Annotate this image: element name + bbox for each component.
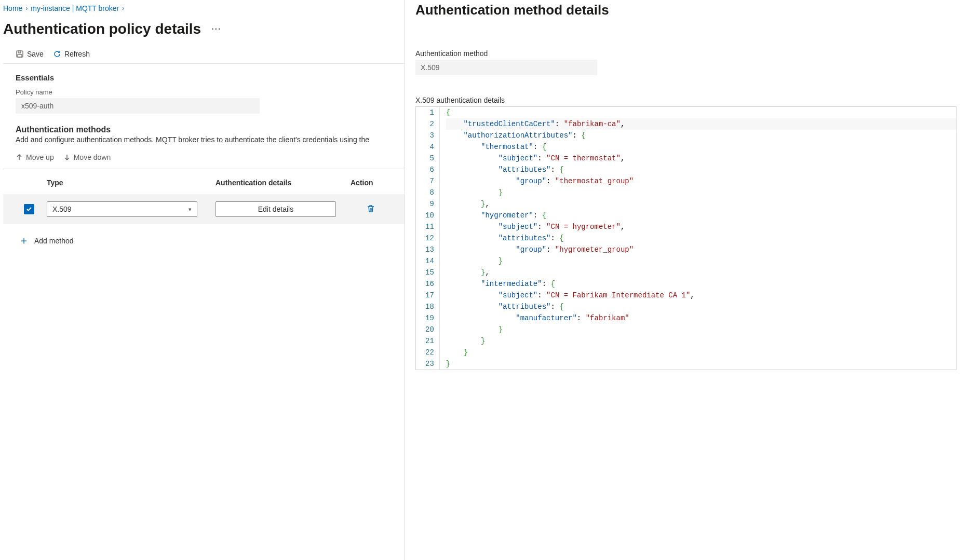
methods-desc: Add and configure authentication methods… [16, 135, 392, 144]
save-button[interactable]: Save [16, 50, 44, 58]
left-panel: Home › my-instance | MQTT broker › Authe… [0, 0, 405, 560]
x509-details-label: X.509 authentication details [415, 96, 956, 104]
toolbar: Save Refresh [3, 37, 405, 64]
save-label: Save [27, 50, 44, 58]
move-down-label: Move down [74, 153, 111, 161]
policy-name-value: x509-auth [16, 98, 260, 114]
right-panel: Authentication method details Authentica… [405, 0, 970, 560]
add-method-button[interactable]: ＋ Add method [3, 224, 405, 248]
methods-title: Authentication methods [16, 125, 392, 134]
more-actions-button[interactable]: ··· [211, 24, 221, 34]
refresh-label: Refresh [64, 50, 90, 58]
refresh-icon [53, 50, 61, 58]
svg-rect-1 [18, 51, 21, 53]
methods-table-header: Type Authentication details Action [3, 169, 405, 194]
col-details-header: Authentication details [215, 179, 351, 187]
refresh-button[interactable]: Refresh [53, 50, 90, 58]
move-down-button[interactable]: Move down [63, 153, 111, 161]
code-editor[interactable]: 1234567891011121314151617181920212223 { … [415, 106, 956, 370]
trash-icon [366, 204, 375, 213]
chevron-right-icon: › [25, 5, 28, 12]
policy-name-label: Policy name [16, 88, 392, 96]
edit-details-button[interactable]: Edit details [215, 201, 336, 217]
arrow-up-icon [16, 154, 23, 161]
page-title-text: Authentication policy details [3, 21, 201, 37]
breadcrumb-instance[interactable]: my-instance | MQTT broker [31, 4, 119, 12]
auth-method-value: X.509 [415, 60, 597, 75]
chevron-right-icon: › [122, 5, 124, 12]
type-dropdown-value: X.509 [52, 205, 72, 213]
type-dropdown[interactable]: X.509 ▾ [47, 201, 197, 217]
essentials-section: Essentials Policy name x509-auth Authent… [3, 64, 405, 144]
arrow-down-icon [63, 154, 71, 161]
move-up-label: Move up [26, 153, 54, 161]
right-panel-title: Authentication method details [415, 2, 956, 18]
page-title: Authentication policy details ··· [3, 21, 405, 37]
breadcrumb: Home › my-instance | MQTT broker › [3, 2, 405, 17]
row-checkbox[interactable] [24, 204, 34, 214]
col-action-header: Action [351, 179, 405, 187]
move-up-button[interactable]: Move up [16, 153, 54, 161]
code-gutter: 1234567891011121314151617181920212223 [416, 107, 440, 370]
add-method-label: Add method [34, 237, 74, 245]
delete-button[interactable] [351, 207, 375, 215]
code-content[interactable]: { "trustedClientCaCert": "fabrikam-ca", … [440, 107, 956, 370]
col-type-header: Type [47, 179, 215, 187]
move-bar: Move up Move down [3, 144, 405, 169]
svg-rect-2 [18, 54, 22, 57]
auth-method-label: Authentication method [415, 49, 956, 58]
chevron-down-icon: ▾ [188, 206, 192, 213]
plus-icon: ＋ [19, 234, 29, 248]
method-row: X.509 ▾ Edit details [3, 194, 405, 224]
essentials-title: Essentials [16, 73, 392, 82]
check-icon [26, 206, 32, 212]
save-icon [16, 50, 24, 58]
breadcrumb-home[interactable]: Home [3, 4, 22, 12]
